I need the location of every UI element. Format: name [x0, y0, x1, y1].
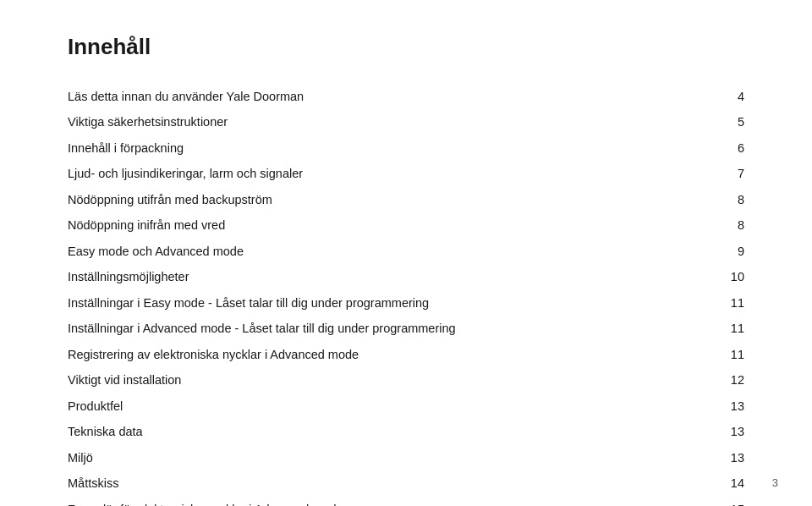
toc-label: Läs detta innan du använder Yale Doorman — [68, 84, 643, 109]
toc-page-number: 11 — [643, 316, 744, 341]
toc-row: Viktigt vid installation12 — [68, 367, 744, 393]
toc-page-number: 8 — [643, 187, 744, 212]
toc-row: Produktfel13 — [68, 393, 744, 419]
toc-label: Inställningar i Advanced mode - Låset ta… — [68, 316, 643, 341]
page-container: Innehåll Läs detta innan du använder Yal… — [0, 0, 812, 506]
toc-label: Ljud- och ljusindikeringar, larm och sig… — [68, 161, 643, 186]
toc-row: Nödöppning inifrån med vred8 — [68, 212, 744, 238]
toc-page-number: 14 — [643, 470, 744, 496]
toc-label: Formulär för elektroniska nycklar i Adva… — [68, 497, 643, 507]
toc-page-number: 13 — [643, 393, 744, 419]
toc-page-number: 12 — [643, 367, 744, 393]
toc-label: Innehåll i förpackning — [68, 135, 643, 161]
toc-page-number: 13 — [643, 419, 744, 444]
toc-row: Easy mode och Advanced mode9 — [68, 239, 744, 264]
toc-page-number: 8 — [643, 212, 744, 238]
toc-label: Easy mode och Advanced mode — [68, 239, 643, 264]
toc-label: Måttskiss — [68, 470, 643, 496]
toc-label: Produktfel — [68, 393, 643, 419]
toc-row: Nödöppning utifrån med backupström8 — [68, 187, 744, 212]
toc-label: Inställningsmöjligheter — [68, 264, 643, 289]
toc-row: Läs detta innan du använder Yale Doorman… — [68, 84, 744, 109]
toc-page-number: 15 — [643, 497, 744, 507]
page-number: 3 — [772, 476, 778, 489]
toc-label: Nödöppning utifrån med backupström — [68, 187, 643, 212]
toc-row: Registrering av elektroniska nycklar i A… — [68, 342, 744, 367]
toc-label: Miljö — [68, 445, 643, 470]
toc-row: Inställningar i Easy mode - Låset talar … — [68, 290, 744, 316]
toc-row: Inställningsmöjligheter10 — [68, 264, 744, 289]
toc-label: Viktiga säkerhetsinstruktioner — [68, 109, 643, 135]
toc-row: Innehåll i förpackning6 — [68, 135, 744, 161]
toc-row: Tekniska data13 — [68, 419, 744, 444]
toc-label: Registrering av elektroniska nycklar i A… — [68, 342, 643, 367]
toc-page-number: 5 — [643, 109, 744, 135]
toc-label: Tekniska data — [68, 419, 643, 444]
toc-page-number: 9 — [643, 239, 744, 264]
toc-page-number: 11 — [643, 290, 744, 316]
toc-label: Inställningar i Easy mode - Låset talar … — [68, 290, 643, 316]
toc-row: Måttskiss14 — [68, 470, 744, 496]
page-title: Innehåll — [68, 34, 744, 60]
toc-row: Miljö13 — [68, 445, 744, 470]
toc-label: Viktigt vid installation — [68, 367, 643, 393]
toc-row: Inställningar i Advanced mode - Låset ta… — [68, 316, 744, 341]
toc-page-number: 4 — [643, 84, 744, 109]
toc-table: Läs detta innan du använder Yale Doorman… — [68, 84, 744, 506]
toc-label: Nödöppning inifrån med vred — [68, 212, 643, 238]
toc-page-number: 6 — [643, 135, 744, 161]
toc-page-number: 11 — [643, 342, 744, 367]
toc-page-number: 7 — [643, 161, 744, 186]
toc-page-number: 10 — [643, 264, 744, 289]
toc-row: Ljud- och ljusindikeringar, larm och sig… — [68, 161, 744, 186]
toc-page-number: 13 — [643, 445, 744, 470]
toc-row: Formulär för elektroniska nycklar i Adva… — [68, 497, 744, 507]
toc-row: Viktiga säkerhetsinstruktioner5 — [68, 109, 744, 135]
